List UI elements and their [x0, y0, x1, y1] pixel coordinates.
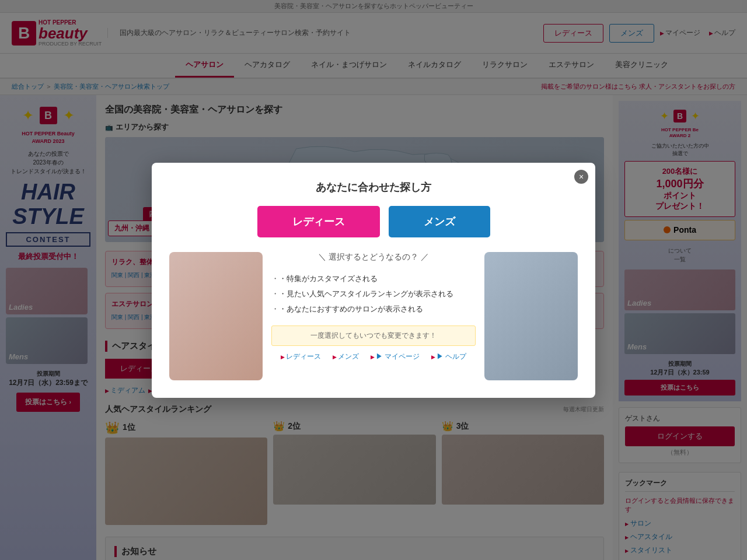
modal-man-image — [484, 252, 578, 380]
modal-mens-button[interactable]: メンズ — [389, 206, 490, 237]
modal-gender-buttons: レディース メンズ — [169, 206, 578, 237]
modal-sub-mens[interactable]: メンズ — [333, 352, 359, 362]
modal-center-content: ＼ 選択するとどうなるの？ ／ ・特集がカスタマイズされる ・見たい人気ヘアスタ… — [271, 252, 476, 362]
modal-sub-links: レディース メンズ ▶ マイページ ▶ ヘルプ — [271, 352, 476, 362]
modal-content: ＼ 選択するとどうなるの？ ／ ・特集がカスタマイズされる ・見たい人気ヘアスタ… — [169, 252, 578, 380]
modal-change-note: 一度選択してもいつでも変更できます！ — [271, 326, 476, 346]
modal-feature-2: ・見たい人気ヘアスタイルランキングが表示される — [271, 286, 476, 302]
modal-feature-3: ・あなたにおすすめのサロンが表示される — [271, 302, 476, 317]
modal-title: あなたに合わせた探し方 — [169, 180, 578, 194]
modal-ladies-button[interactable]: レディース — [257, 206, 380, 237]
modal-dialog: × あなたに合わせた探し方 レディース メンズ ＼ 選択するとどうなるの？ ／ … — [152, 163, 595, 398]
modal-question: ＼ 選択するとどうなるの？ ／ — [271, 252, 476, 262]
modal-sub-help[interactable]: ▶ ヘルプ — [431, 352, 466, 362]
modal-lady-image — [169, 252, 263, 380]
modal-sub-mypage[interactable]: ▶ マイページ — [371, 352, 420, 362]
modal-close-button[interactable]: × — [574, 170, 588, 184]
modal-feature-1: ・特集がカスタマイズされる — [271, 271, 476, 286]
modal-sub-ladies[interactable]: レディース — [281, 352, 321, 362]
modal-overlay[interactable]: × あなたに合わせた探し方 レディース メンズ ＼ 選択するとどうなるの？ ／ … — [0, 0, 747, 560]
modal-features: ・特集がカスタマイズされる ・見たい人気ヘアスタイルランキングが表示される ・あ… — [271, 271, 476, 317]
